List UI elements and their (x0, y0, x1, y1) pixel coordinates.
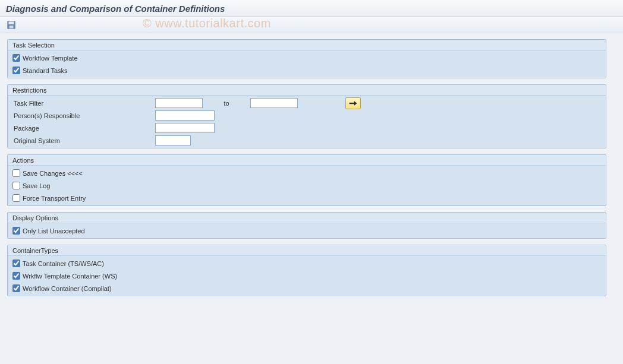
checkbox-label: Only List Unaccepted (23, 227, 85, 235)
label-original-system: Original System (12, 137, 155, 144)
group-title: Display Options (8, 213, 606, 223)
label-package: Package (12, 125, 155, 132)
checkbox-save-log-label[interactable]: Save Log (12, 182, 50, 189)
titlebar: Diagnosis and Comparison of Container De… (0, 0, 623, 17)
checkbox-label: Task Container (TS/WS/AC) (23, 260, 104, 267)
label-persons-responsible: Person(s) Responsible (12, 112, 155, 119)
checkbox-task-container-label[interactable]: Task Container (TS/WS/AC) (12, 259, 104, 267)
group-title: ContainerTypes (8, 245, 606, 255)
checkbox-task-container[interactable] (12, 259, 20, 267)
checkbox-standard-tasks-label[interactable]: Standard Tasks (12, 67, 68, 74)
content-area: Task Selection Workflow Template Standar… (0, 33, 623, 308)
checkbox-only-list-unaccepted[interactable] (12, 227, 20, 235)
checkbox-label: Force Transport Entry (23, 195, 86, 202)
checkbox-wrkflw-template-container[interactable] (12, 272, 20, 280)
arrow-right-icon (349, 100, 357, 107)
checkbox-save-log[interactable] (12, 182, 20, 189)
group-title: Actions (8, 155, 606, 165)
input-task-filter-from[interactable] (155, 98, 203, 108)
svg-rect-1 (9, 21, 14, 24)
checkbox-only-list-unaccepted-label[interactable]: Only List Unaccepted (12, 227, 85, 235)
input-persons-responsible[interactable] (155, 110, 215, 121)
svg-rect-2 (10, 26, 14, 29)
checkbox-workflow-template-label[interactable]: Workflow Template (12, 54, 78, 62)
input-task-filter-to[interactable] (250, 98, 298, 108)
label-task-filter: Task Filter (12, 100, 155, 107)
group-container-types: ContainerTypes Task Container (TS/WS/AC)… (7, 245, 606, 296)
checkbox-force-transport[interactable] (12, 194, 20, 202)
multiple-selection-button[interactable] (345, 97, 361, 109)
checkbox-label: Save Log (23, 182, 50, 189)
checkbox-save-changes[interactable] (12, 169, 20, 177)
checkbox-wrkflw-template-container-label[interactable]: Wrkflw Template Container (WS) (12, 272, 117, 280)
toolbar (0, 17, 623, 33)
group-actions: Actions Save Changes <<<< Save Log Force… (7, 154, 606, 206)
checkbox-standard-tasks[interactable] (12, 67, 20, 74)
group-display-options: Display Options Only List Unaccepted (7, 212, 606, 239)
checkbox-label: Workflow Template (23, 55, 78, 62)
checkbox-label: Save Changes <<<< (23, 170, 83, 177)
group-task-selection: Task Selection Workflow Template Standar… (7, 39, 606, 78)
group-restrictions: Restrictions Task Filter to Person(s) Re… (7, 84, 606, 148)
checkbox-label: Standard Tasks (23, 67, 68, 74)
checkbox-label: Workflow Container (Compilat) (23, 285, 112, 292)
checkbox-force-transport-label[interactable]: Force Transport Entry (12, 194, 86, 202)
page-title: Diagnosis and Comparison of Container De… (6, 4, 617, 14)
group-title: Restrictions (8, 85, 606, 95)
checkbox-save-changes-label[interactable]: Save Changes <<<< (12, 169, 83, 177)
input-original-system[interactable] (155, 135, 191, 145)
checkbox-workflow-container[interactable] (12, 284, 20, 292)
group-title: Task Selection (8, 40, 606, 50)
checkbox-workflow-template[interactable] (12, 54, 20, 62)
checkbox-label: Wrkflw Template Container (WS) (23, 273, 117, 280)
label-to: to (203, 100, 250, 107)
checkbox-workflow-container-label[interactable]: Workflow Container (Compilat) (12, 284, 112, 292)
save-icon[interactable] (6, 20, 17, 30)
input-package[interactable] (155, 123, 215, 133)
